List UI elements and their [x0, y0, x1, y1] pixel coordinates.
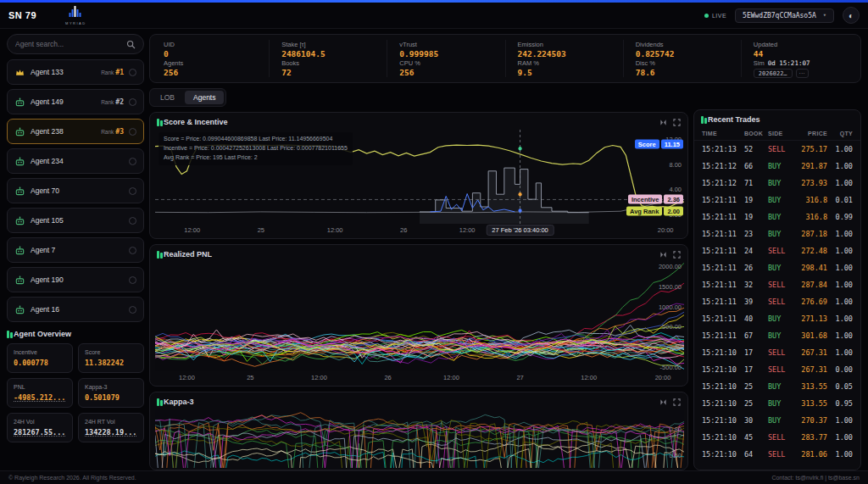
stat-value: 2486104.5 — [281, 49, 375, 58]
trade-price: 283.77 — [797, 433, 827, 442]
robot-icon — [14, 215, 25, 226]
trade-side: BUY — [768, 162, 797, 170]
agent-radio[interactable] — [129, 276, 136, 284]
trade-book: 25 — [744, 399, 768, 408]
cursor-time-chip: 27 Feb '26 03:40:00 — [486, 225, 554, 236]
trade-row[interactable]: 15:21:1167BUY301.681.00 — [694, 327, 860, 344]
trade-qty: 1.00 — [827, 281, 853, 289]
agent-radio[interactable] — [129, 158, 136, 165]
trade-price: 276.69 — [797, 298, 827, 306]
collapse-icon[interactable] — [659, 251, 667, 259]
agent-radio[interactable] — [129, 128, 136, 136]
robot-icon — [14, 97, 25, 108]
collapse-icon[interactable] — [659, 119, 667, 126]
trade-row[interactable]: 15:21:1126BUY298.411.00 — [694, 259, 860, 276]
score-plot[interactable]: 12.008.004.000.00 Score11.15Incentive2.3… — [155, 130, 684, 224]
agent-radio[interactable] — [129, 247, 136, 254]
fullscreen-icon[interactable] — [673, 251, 681, 259]
trade-row[interactable]: 15:21:1045SELL283.771.00 — [694, 429, 860, 446]
fullscreen-icon[interactable] — [673, 119, 681, 126]
overview-stat-label: PNL — [14, 384, 66, 390]
trade-row[interactable]: 15:21:1124SELL272.481.00 — [694, 242, 860, 259]
agent-list-item[interactable]: Agent 16 — [7, 297, 144, 322]
trade-side: SELL — [768, 450, 797, 459]
date-menu-button[interactable]: ··· — [796, 69, 809, 78]
agent-name: Agent 238 — [31, 127, 64, 136]
x-axis-tick: 12:00 — [443, 374, 459, 381]
theme-toggle-button[interactable]: ◐ — [843, 7, 860, 24]
trade-row[interactable]: 15:21:1025BUY313.550.05 — [694, 378, 860, 395]
collapse-icon[interactable] — [659, 398, 667, 406]
panel-bullet-icon — [157, 398, 159, 406]
agent-list-item[interactable]: Agent 70 — [7, 178, 144, 203]
date-chip[interactable]: 2026022… — [754, 69, 793, 78]
copyright: © Rayleigh Research 2026. All Rights Res… — [8, 475, 136, 481]
trade-book: 17 — [744, 348, 768, 357]
agent-search-input[interactable] — [15, 40, 123, 48]
chevron-down-icon: ▾ — [823, 12, 826, 19]
trade-row[interactable]: 15:21:1352SELL275.171.00 — [694, 141, 860, 158]
stat-value: 72 — [281, 68, 375, 77]
score-incentive-panel: Score & Incentive 12.008.004.000.00 Scor… — [149, 112, 688, 239]
trade-row[interactable]: 15:21:1119BUY316.80.99 — [694, 209, 860, 225]
kappa-plot[interactable]: 0.800.60 — [155, 409, 684, 468]
stat-label: Stake [τ] — [281, 41, 375, 48]
trade-row[interactable]: 15:21:1140BUY271.131.00 — [694, 310, 860, 327]
agent-radio[interactable] — [129, 69, 136, 76]
trade-row[interactable]: 15:21:1030BUY270.371.00 — [694, 412, 860, 429]
search-icon — [126, 40, 136, 49]
agent-search[interactable] — [7, 34, 144, 54]
trades-header-row: TIMEBOOKSIDEPRICEQTY — [694, 127, 860, 140]
trade-row[interactable]: 15:21:1123BUY287.181.00 — [694, 225, 860, 242]
trade-book: 66 — [744, 162, 768, 170]
wallet-address: 5EWwdZB7qCCMaAso5A — [743, 12, 816, 19]
trade-row[interactable]: 15:21:1025BUY313.550.95 — [694, 395, 860, 412]
trade-row[interactable]: 15:21:1017SELL267.310.00 — [694, 361, 860, 378]
trade-qty: 0.99 — [827, 213, 853, 221]
trade-row[interactable]: 15:21:1132SELL287.841.00 — [694, 276, 860, 293]
fullscreen-icon[interactable] — [673, 398, 681, 406]
x-axis-tick: 26 — [400, 226, 407, 234]
trade-row[interactable]: 15:21:1266BUY291.871.00 — [694, 158, 860, 175]
kappa-svg — [155, 409, 684, 468]
trade-row[interactable]: 15:21:1064SELL281.061.00 — [694, 446, 860, 463]
agent-radio[interactable] — [129, 306, 136, 314]
agent-list-item[interactable]: Agent 190 — [7, 267, 144, 292]
trade-time: 15:21:10 — [702, 365, 744, 374]
trade-time: 15:21:11 — [702, 331, 744, 340]
trade-qty: 1.00 — [827, 264, 853, 272]
trade-qty: 1.00 — [827, 145, 853, 153]
trade-row[interactable]: 15:21:1139SELL276.691.00 — [694, 293, 860, 310]
agent-name: Agent 190 — [31, 275, 64, 284]
x-axis-tick: 12:00 — [184, 226, 200, 234]
brand-logo[interactable]: MYRIAD — [65, 5, 86, 25]
tab-agents[interactable]: Agents — [185, 91, 224, 104]
agent-list-item[interactable]: Agent 133Rank#1 — [7, 59, 144, 85]
agent-list-item[interactable]: Agent 105 — [7, 208, 144, 233]
agent-name: Agent 105 — [31, 216, 64, 225]
pnl-plot[interactable]: 2000.001500.001000.00500.000.00-500.00 — [155, 262, 684, 371]
trade-price: 287.84 — [797, 281, 827, 289]
trade-price: 272.48 — [797, 247, 827, 255]
subnet-title: SN 79 — [8, 10, 36, 20]
trade-side: SELL — [768, 365, 797, 374]
agent-list-item[interactable]: Agent 149Rank#2 — [7, 89, 144, 114]
agent-list-item[interactable]: Agent 238Rank#3 — [7, 119, 144, 144]
stat-value: 0 — [164, 49, 257, 58]
trade-row[interactable]: 15:21:1119BUY316.80.01 — [694, 192, 860, 209]
trade-row[interactable]: 15:21:1017SELL267.311.00 — [694, 344, 860, 361]
tab-lob[interactable]: LOB — [152, 91, 183, 104]
agent-radio[interactable] — [129, 187, 136, 195]
trade-book: 71 — [744, 179, 768, 187]
agent-radio[interactable] — [129, 217, 136, 225]
agent-list-item[interactable]: Agent 234 — [7, 148, 144, 174]
wallet-selector[interactable]: 5EWwdZB7qCCMaAso5A ▾ — [735, 8, 834, 23]
trade-qty: 0.05 — [827, 382, 853, 391]
overview-stat-value: -4985.212... — [14, 393, 66, 402]
trade-row[interactable]: 15:21:1271BUY273.931.00 — [694, 175, 860, 192]
stat-label: vTrust — [399, 41, 492, 48]
trade-side: BUY — [768, 399, 797, 408]
stat-label: UID — [164, 41, 257, 48]
agent-list-item[interactable]: Agent 7 — [7, 237, 144, 263]
agent-radio[interactable] — [129, 98, 136, 106]
